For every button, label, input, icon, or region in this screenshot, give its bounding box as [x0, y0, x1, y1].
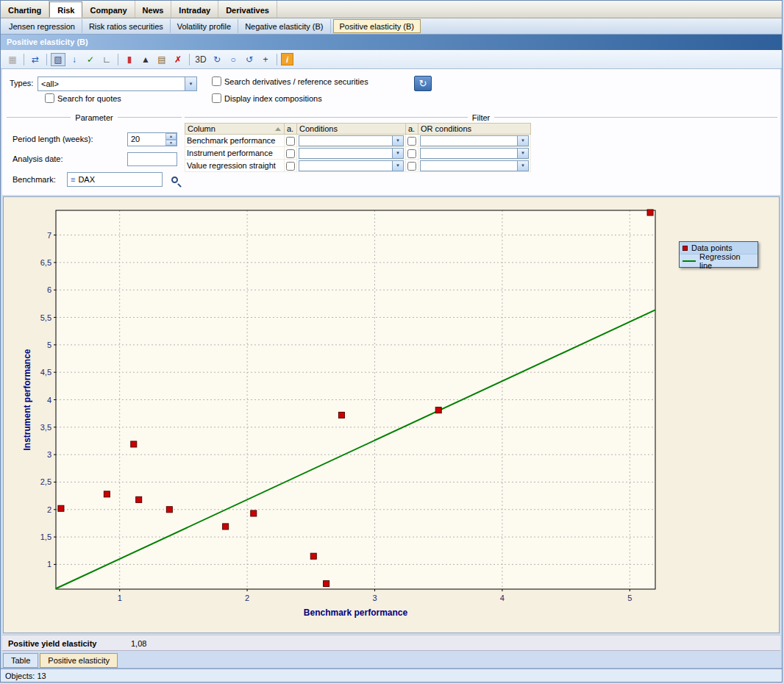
toolbar-separator: [46, 54, 47, 65]
tab-positive-elasticity[interactable]: Positive elasticity: [40, 653, 118, 668]
status-bar: Objects: 13: [1, 669, 782, 683]
chevron-down-icon[interactable]: ▼: [517, 161, 528, 171]
types-selected-value: <all>: [41, 79, 59, 88]
chevron-down-icon[interactable]: ▼: [392, 161, 403, 171]
search-derivatives-checkbox[interactable]: [212, 76, 221, 86]
sub-tab-volatility-profile[interactable]: Volatility profile: [171, 19, 238, 33]
stepper-down-icon[interactable]: ▼: [165, 140, 177, 146]
svg-text:5: 5: [47, 341, 51, 349]
chevron-down-icon[interactable]: ▼: [517, 149, 528, 158]
search-quotes-checkbox-row: Search for quotes: [45, 93, 121, 103]
sub-tab-negative-elasticity[interactable]: Negative elasticity (B): [238, 19, 330, 33]
search-icon: [171, 177, 178, 183]
chevron-down-icon[interactable]: ▼: [392, 136, 403, 146]
analysis-date-field[interactable]: [127, 152, 177, 166]
chevron-down-icon[interactable]: ▼: [185, 77, 196, 90]
and-header[interactable]: a.: [285, 124, 297, 135]
benchmark-field[interactable]: ≡ DAX: [67, 172, 163, 187]
or-checkbox-instrument[interactable]: [407, 149, 416, 158]
zoom-icon[interactable]: ○: [226, 53, 240, 66]
table-row: Instrument performance ▼ ▼: [185, 147, 531, 160]
legend-item-regression-line[interactable]: Regression line: [680, 254, 758, 267]
or-conditions-select-benchmark[interactable]: ▼: [420, 135, 529, 146]
sub-tab-positive-elasticity[interactable]: Positive elasticity (B): [333, 19, 421, 33]
toolbar-separator: [118, 54, 118, 65]
filter-row-label: Benchmark performance: [185, 135, 285, 147]
scatter-chart[interactable]: 1234511,522,533,544,555,566,57Benchmark …: [4, 197, 780, 633]
menu-tab-charting[interactable]: Charting: [1, 1, 49, 18]
and-checkbox-benchmark[interactable]: [286, 137, 295, 146]
or-checkbox-regression[interactable]: [407, 162, 416, 171]
sort-descending-icon[interactable]: ↓: [67, 53, 82, 66]
stepper-up-icon[interactable]: ▲: [165, 133, 177, 140]
sub-tab-risk-ratios-securities[interactable]: Risk ratios securities: [82, 19, 171, 33]
apply-filter-icon[interactable]: ✓: [83, 53, 98, 66]
result-bar: Positive yield elasticity 1,08: [2, 635, 780, 651]
legend-swatch-regression-line: [683, 260, 696, 262]
svg-text:1: 1: [47, 560, 51, 569]
rotate-back-icon[interactable]: ↺: [242, 53, 257, 66]
and-checkbox-regression[interactable]: [286, 162, 295, 171]
svg-text:4: 4: [500, 594, 505, 602]
result-value: 1,08: [131, 639, 146, 648]
period-length-stepper[interactable]: 20 ▲ ▼: [127, 132, 177, 146]
axes-chart-icon[interactable]: ∟: [99, 53, 114, 66]
search-quotes-label: Search for quotes: [57, 94, 121, 103]
chart-legend[interactable]: Data points Regression line: [679, 241, 758, 268]
legend-label: Regression line: [699, 252, 755, 270]
chevron-down-icon[interactable]: ▼: [392, 149, 403, 158]
report-icon[interactable]: ▤: [154, 53, 169, 66]
svg-text:2: 2: [245, 594, 249, 602]
legend-swatch-data-points: [683, 246, 688, 251]
or-conditions-select-regression[interactable]: ▼: [420, 160, 529, 171]
and-checkbox-instrument[interactable]: [286, 149, 295, 158]
filter-header-label: Filter: [468, 113, 494, 122]
stepper-buttons: ▲ ▼: [165, 133, 177, 146]
rotate-icon[interactable]: ↻: [210, 53, 224, 66]
conditions-header[interactable]: Conditions: [297, 124, 406, 135]
svg-text:3: 3: [372, 594, 377, 602]
conditions-select-instrument[interactable]: ▼: [299, 148, 404, 159]
svg-text:1: 1: [118, 594, 122, 602]
svg-text:2: 2: [47, 505, 51, 514]
benchmark-search-button[interactable]: [167, 172, 182, 187]
menu-tab-company[interactable]: Company: [82, 1, 135, 18]
toolbar-separator: [189, 54, 190, 65]
chart-settings-icon[interactable]: ▧: [51, 53, 65, 66]
instrument-icon: ≡: [71, 175, 75, 184]
area-chart-icon[interactable]: ▲: [138, 53, 153, 66]
chevron-down-icon[interactable]: ▼: [517, 136, 528, 146]
menu-tab-risk[interactable]: Risk: [49, 1, 82, 18]
column-header[interactable]: Column: [185, 124, 285, 135]
three-d-icon[interactable]: 3D: [193, 53, 208, 66]
sub-tab-jensen-regression[interactable]: Jensen regression: [2, 19, 82, 33]
conditions-select-benchmark[interactable]: ▼: [299, 135, 404, 146]
display-index-checkbox[interactable]: [212, 93, 221, 103]
or-conditions-select-instrument[interactable]: ▼: [420, 148, 529, 159]
search-quotes-checkbox[interactable]: [45, 93, 54, 103]
info-icon[interactable]: i: [281, 53, 293, 65]
conditions-select-regression[interactable]: ▼: [299, 160, 404, 171]
toolbar: ▦⇄▧↓✓∟▮▲▤✗3D↻○↺+i: [1, 50, 782, 69]
svg-text:4: 4: [47, 396, 51, 405]
refresh-icon[interactable]: ⇄: [28, 53, 43, 66]
crosshair-icon[interactable]: +: [258, 53, 273, 66]
menu-tab-intraday[interactable]: Intraday: [171, 1, 218, 18]
svg-text:5: 5: [627, 594, 632, 602]
copy-chart-icon[interactable]: ▦: [5, 53, 20, 66]
types-select[interactable]: <all> ▼: [38, 76, 197, 91]
legend-label: Data points: [691, 243, 733, 252]
menu-tab-news[interactable]: News: [135, 1, 172, 18]
filter-row-label: Instrument performance: [185, 147, 285, 160]
run-search-button[interactable]: ↻: [414, 76, 432, 91]
svg-text:4,5: 4,5: [40, 368, 51, 377]
and-header-2[interactable]: a.: [406, 124, 418, 135]
or-conditions-header[interactable]: OR conditions: [418, 124, 531, 135]
menu-tab-derivatives[interactable]: Derivatives: [218, 1, 277, 18]
delete-table-icon[interactable]: ✗: [171, 53, 185, 66]
tab-table[interactable]: Table: [3, 653, 38, 668]
bar-chart-icon[interactable]: ▮: [122, 53, 137, 66]
or-checkbox-benchmark[interactable]: [407, 137, 416, 146]
parameter-header-label: Parameter: [71, 113, 117, 122]
period-length-label: Period length (weeks):: [13, 135, 93, 143]
